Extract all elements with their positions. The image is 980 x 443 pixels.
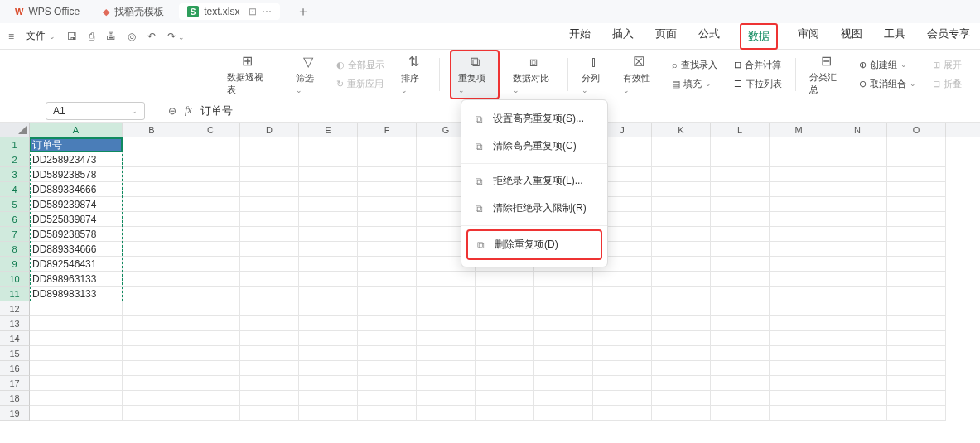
cell[interactable] xyxy=(534,406,593,421)
cell[interactable] xyxy=(711,391,770,406)
redo-icon[interactable]: ↷ ⌄ xyxy=(167,31,185,42)
cell[interactable] xyxy=(593,376,652,391)
cell[interactable] xyxy=(652,316,711,331)
cell[interactable]: DD898963133 xyxy=(30,272,123,287)
cell[interactable] xyxy=(828,227,887,242)
cell[interactable] xyxy=(770,167,828,182)
dropdown-list-button[interactable]: ☰下拉列表 xyxy=(731,76,785,92)
cell[interactable] xyxy=(593,287,652,301)
cell[interactable] xyxy=(358,376,417,391)
row-header-4[interactable]: 4 xyxy=(0,182,30,197)
cell[interactable] xyxy=(711,346,770,361)
cell[interactable] xyxy=(417,361,476,376)
cell[interactable] xyxy=(240,137,299,152)
cell[interactable] xyxy=(711,167,770,182)
cell[interactable] xyxy=(358,137,417,152)
cell[interactable] xyxy=(240,361,299,376)
cell[interactable] xyxy=(652,257,711,272)
cell[interactable] xyxy=(887,361,946,376)
cell[interactable] xyxy=(770,212,828,227)
cell[interactable]: 订单号 xyxy=(30,137,123,152)
cell[interactable] xyxy=(828,152,887,167)
cell[interactable] xyxy=(123,227,181,242)
cell[interactable] xyxy=(240,182,299,197)
cell[interactable] xyxy=(299,272,358,287)
cell[interactable] xyxy=(240,167,299,182)
cell[interactable] xyxy=(593,331,652,346)
cell[interactable] xyxy=(711,197,770,212)
cell[interactable] xyxy=(770,197,828,212)
new-tab-button[interactable]: ＋ xyxy=(297,3,310,21)
cell[interactable] xyxy=(123,212,181,227)
cell[interactable] xyxy=(240,212,299,227)
save-icon[interactable]: 🖫 xyxy=(67,31,77,42)
tab-page[interactable]: 页面 xyxy=(654,23,678,50)
sort-button[interactable]: ⇅ 排序 ⌄ xyxy=(398,52,429,96)
cell[interactable] xyxy=(887,227,946,242)
cell[interactable] xyxy=(181,212,240,227)
cell[interactable] xyxy=(828,331,887,346)
cell[interactable] xyxy=(652,212,711,227)
row-header-19[interactable]: 19 xyxy=(0,406,30,421)
cell[interactable] xyxy=(30,331,123,346)
cell[interactable] xyxy=(299,212,358,227)
row-header-1[interactable]: 1 xyxy=(0,137,30,152)
cell[interactable] xyxy=(887,197,946,212)
cell[interactable] xyxy=(123,287,181,301)
col-header-B[interactable]: B xyxy=(123,123,181,137)
cell[interactable] xyxy=(240,242,299,257)
cell[interactable] xyxy=(828,361,887,376)
cell[interactable] xyxy=(476,331,534,346)
create-group-button[interactable]: ⊕创建组 ⌄ xyxy=(856,57,920,73)
cell[interactable] xyxy=(476,301,534,316)
cell[interactable] xyxy=(30,316,123,331)
cell[interactable] xyxy=(123,257,181,272)
app-tab-wps[interactable]: W WPS Office xyxy=(7,3,88,20)
row-header-2[interactable]: 2 xyxy=(0,152,30,167)
tab-review[interactable]: 审阅 xyxy=(796,23,821,50)
cell[interactable] xyxy=(358,361,417,376)
cell[interactable] xyxy=(534,376,593,391)
cell[interactable] xyxy=(358,287,417,301)
cell[interactable]: DD589238578 xyxy=(30,167,123,182)
row-header-12[interactable]: 12 xyxy=(0,301,30,316)
pivot-table-button[interactable]: ⊞ 数据透视表 xyxy=(224,51,272,98)
cell[interactable] xyxy=(652,287,711,301)
cell[interactable] xyxy=(299,346,358,361)
cell[interactable] xyxy=(299,257,358,272)
cell[interactable] xyxy=(887,212,946,227)
cell[interactable] xyxy=(534,346,593,361)
cell[interactable] xyxy=(711,212,770,227)
app-tab-file[interactable]: S text.xlsx ⊡ ⋯ xyxy=(179,3,279,20)
cell[interactable] xyxy=(828,406,887,421)
row-header-5[interactable]: 5 xyxy=(0,197,30,212)
col-header-E[interactable]: E xyxy=(299,123,358,137)
cell[interactable] xyxy=(181,257,240,272)
cell[interactable] xyxy=(181,242,240,257)
tab-data[interactable]: 数据 xyxy=(740,23,778,50)
cell[interactable] xyxy=(30,301,123,316)
cell[interactable]: DD892546431 xyxy=(30,257,123,272)
cell[interactable] xyxy=(123,167,181,182)
validity-button[interactable]: ☒ 有效性 ⌄ xyxy=(620,52,659,96)
cell[interactable] xyxy=(828,376,887,391)
menu-item-highlight[interactable]: ⧉设置高亮重复项(S)... xyxy=(461,105,607,132)
cell[interactable] xyxy=(770,242,828,257)
row-header-14[interactable]: 14 xyxy=(0,331,30,346)
cell[interactable] xyxy=(299,152,358,167)
cell[interactable] xyxy=(828,287,887,301)
cell[interactable] xyxy=(887,287,946,301)
cell[interactable] xyxy=(476,272,534,287)
cell[interactable] xyxy=(30,376,123,391)
cell[interactable] xyxy=(358,227,417,242)
cell[interactable] xyxy=(123,406,181,421)
cell[interactable] xyxy=(652,227,711,242)
cell[interactable] xyxy=(240,257,299,272)
cell[interactable] xyxy=(770,331,828,346)
cell[interactable] xyxy=(711,137,770,152)
cell[interactable] xyxy=(652,391,711,406)
cell[interactable] xyxy=(417,391,476,406)
cell[interactable] xyxy=(358,406,417,421)
cell[interactable] xyxy=(240,406,299,421)
cell[interactable] xyxy=(299,376,358,391)
